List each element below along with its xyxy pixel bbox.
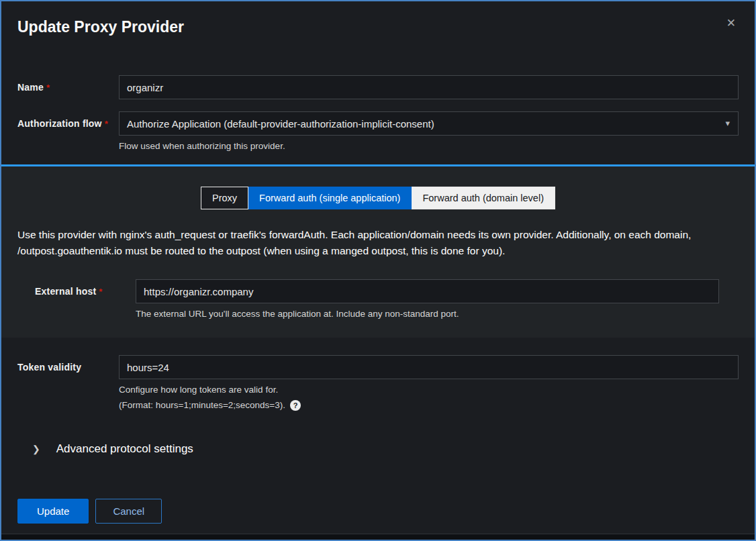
advanced-settings-toggle[interactable]: ❯ Advanced protocol settings [32, 442, 193, 456]
modal-body: Update Proxy Provider ✕ Name* Authorizat… [1, 1, 755, 534]
page-title: Update Proxy Provider [17, 16, 184, 38]
provider-mode-description: Use this provider with nginx's auth_requ… [17, 227, 739, 259]
external-host-row: External host* The external URL you'll a… [17, 279, 739, 320]
cancel-button[interactable]: Cancel [95, 499, 162, 524]
token-validity-control: Configure how long tokens are valid for.… [119, 355, 739, 411]
authorization-flow-select[interactable]: Authorize Application (default-provider-… [119, 111, 739, 136]
external-host-label-text: External host [35, 286, 96, 297]
modal-actions: Update Cancel [17, 499, 739, 524]
help-icon[interactable]: ? [290, 400, 301, 411]
page-bottom-strip [1, 534, 755, 540]
advanced-settings-label: Advanced protocol settings [56, 442, 193, 456]
token-validity-input[interactable] [119, 355, 739, 379]
proxy-mode-toggle-group: Proxy Forward auth (single application) … [17, 187, 739, 209]
toggle-forward-auth-domain-level[interactable]: Forward auth (domain level) [412, 187, 555, 209]
name-label-text: Name [17, 82, 44, 93]
chevron-down-icon: ▾ [725, 118, 730, 128]
token-validity-help: Configure how long tokens are valid for. [119, 384, 739, 396]
update-proxy-provider-modal: Update Proxy Provider ✕ Name* Authorizat… [0, 0, 756, 541]
chevron-right-icon: ❯ [32, 444, 40, 454]
update-button[interactable]: Update [17, 499, 89, 524]
name-field-row: Name* [17, 75, 739, 99]
external-host-control: The external URL you'll access the appli… [136, 279, 719, 320]
close-button[interactable]: ✕ [724, 16, 739, 30]
token-validity-label-text: Token validity [17, 362, 81, 373]
toggle-forward-auth-single-application[interactable]: Forward auth (single application) [248, 187, 412, 209]
external-host-input[interactable] [136, 279, 719, 303]
close-icon: ✕ [726, 17, 736, 30]
authorization-flow-help: Flow used when authorizing this provider… [119, 140, 739, 152]
token-validity-format-text: (Format: hours=1;minutes=2;seconds=3). [119, 399, 285, 411]
name-control [119, 75, 739, 99]
external-host-label: External host* [35, 279, 136, 297]
name-input[interactable] [119, 75, 739, 99]
authorization-flow-control: Authorize Application (default-provider-… [119, 111, 739, 152]
external-host-required-asterisk: * [99, 287, 102, 297]
toggle-proxy[interactable]: Proxy [201, 187, 248, 209]
authorization-flow-label-text: Authorization flow [17, 118, 102, 129]
authorization-flow-row: Authorization flow* Authorize Applicatio… [17, 111, 739, 152]
name-label: Name* [17, 75, 119, 93]
external-host-help: The external URL you'll access the appli… [136, 308, 719, 320]
token-validity-format-help: (Format: hours=1;minutes=2;seconds=3). ? [119, 399, 739, 411]
modal-header: Update Proxy Provider ✕ [17, 16, 739, 38]
name-required-asterisk: * [46, 83, 50, 93]
token-validity-label: Token validity [17, 355, 119, 373]
authorization-flow-required-asterisk: * [105, 119, 108, 129]
authorization-flow-selected-value: Authorize Application (default-provider-… [127, 118, 434, 130]
authorization-flow-label: Authorization flow* [17, 111, 119, 129]
proxy-mode-card: Proxy Forward auth (single application) … [1, 164, 755, 338]
token-validity-row: Token validity Configure how long tokens… [17, 355, 739, 411]
